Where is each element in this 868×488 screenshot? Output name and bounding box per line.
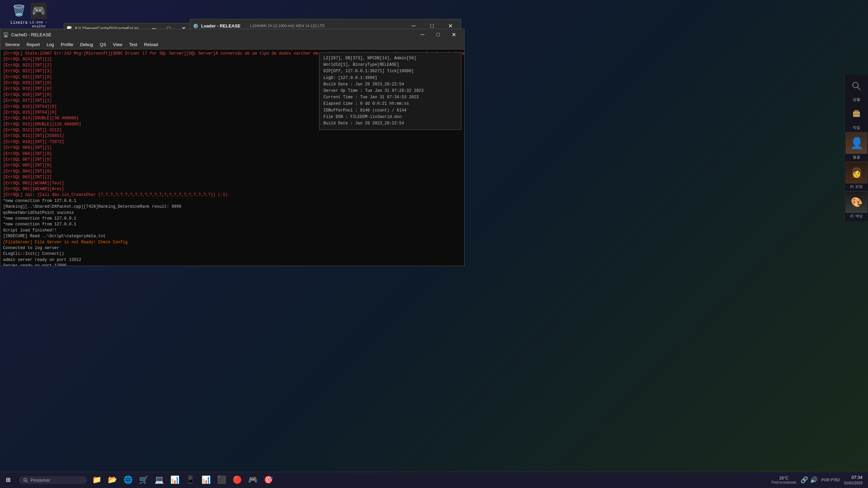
log-line: [ErrSQL] sql: {Call dbo.lin_CreateChar (… <box>3 192 461 198</box>
log-line: [ErrSQL 005][INT][0] <box>3 163 461 168</box>
taskbar-app-3[interactable]: 🛒 <box>136 473 151 487</box>
taskbar-app-6[interactable]: 📱 <box>183 473 197 487</box>
log-line: Connected to log server <box>3 245 461 251</box>
log-line: [ErrSQL 003][INT][2] <box>3 175 461 180</box>
taskbar-app-2[interactable]: 🌐 <box>121 473 135 487</box>
menu-item-test[interactable]: Test <box>126 41 141 48</box>
log-line: *new connection from 127.0.0.1 <box>3 216 461 222</box>
cached-window: 🖥️ CacheD - RELEASE ─ □ ✕ ServiceReportL… <box>0 29 465 266</box>
clock-date: 31/01/2023 <box>844 481 863 486</box>
taskbar-app-4[interactable]: 💻 <box>152 473 166 487</box>
taskbar-app-11[interactable]: 🎯 <box>261 473 275 487</box>
log-line: [ErrSQL 004][INT][0] <box>3 169 461 175</box>
menu-item-log[interactable]: Log <box>43 41 57 48</box>
info-line: Build Date : Jan 29 2023_20:22:54 <box>323 120 457 127</box>
taskbar-app-0[interactable]: 📁 <box>90 473 104 487</box>
clock-time: 07:34 <box>844 474 863 481</box>
taskbar-app-1[interactable]: 📂 <box>105 473 119 487</box>
log-line: [ErrSQL 001][WCHAR][Ares] <box>3 186 461 192</box>
info-line: GIP[Off, 127.0.0.1:30271] Tick[10000] <box>323 68 457 75</box>
info-line: Build Date : Jan 29 2023_20:22:54 <box>323 81 457 88</box>
taskbar-app-5[interactable]: 📊 <box>167 473 182 487</box>
right-panel-hair-shape-container: 👩 <box>846 162 867 183</box>
cached-window-title: CacheD - RELEASE <box>11 32 412 37</box>
info-line: Server Up Time : Tue Jan 31 07:28:32 202… <box>323 88 457 94</box>
network-icon: 🔗 <box>801 476 808 484</box>
taskbar: ⊞ Pesquisar 📁📂🌐🛒💻📊📱📊⬛🔴🎮🎯 26°C Pred ensol… <box>0 472 868 488</box>
system-tray-icons: 🔗 🔊 <box>801 476 817 484</box>
log-line: admin server ready on port 12012 <box>3 257 461 263</box>
info-line: Elapsed time : 0 dd 0:6:21 hh:mm:ss <box>323 101 457 107</box>
menu-item-profile[interactable]: Profile <box>57 41 77 48</box>
right-panel-search-icon[interactable] <box>846 76 867 96</box>
menu-item-service[interactable]: Service <box>2 41 23 48</box>
volume-icon: 🔊 <box>810 476 817 484</box>
loader-icon: ⚙️ <box>193 23 198 28</box>
log-line: [INSECURE] Read ..\Script\categorydata.t… <box>3 233 461 239</box>
taskbar-search[interactable]: Pesquisar <box>19 476 87 484</box>
loader-title: Loader - RELEASE <box>201 23 240 28</box>
info-line: LogD: [127.0.0.1:3999] <box>323 75 457 81</box>
log-line: [ErrSQL 011][INT][258851] <box>3 133 461 139</box>
log-line: [ErrSQL 010][INT][-71872] <box>3 139 461 145</box>
desktop-icon-l2exe[interactable]: 🎮 L2.exe - Atalho <box>25 3 52 28</box>
svg-line-6 <box>26 481 27 482</box>
log-line: [ErrSQL 007][INT][0] <box>3 157 461 163</box>
taskbar-app-10[interactable]: 🎮 <box>245 473 260 487</box>
right-panel-hair-color-container: 🎨 <box>846 191 867 213</box>
svg-point-5 <box>24 479 26 481</box>
info-line: File DSN : FILEDSM-lin2world.dsn <box>323 114 457 120</box>
log-line: qsResetWorldChatPoint success <box>3 210 461 216</box>
menu-item-debug[interactable]: Debug <box>77 41 96 48</box>
loader-extra: L1040WN 24-12-1000-H41 WD4 14-122 LTD <box>250 24 324 28</box>
info-line: Current Time : Tue Jan 31 07:34:53 2023 <box>323 94 457 101</box>
cached-content: [ErrSQL] State:22007 Err:242 Msg:[Micros… <box>0 49 464 266</box>
svg-rect-3 <box>854 110 859 112</box>
info-line: WorldId[1], BinaryType[RELEASE] <box>323 62 457 68</box>
log-line: [FileServer] File Server is not Ready! C… <box>3 240 461 245</box>
cached-maximize-btn[interactable]: □ <box>430 29 446 40</box>
right-panel-label-hair-shape: 리 모양 <box>850 184 862 189</box>
log-line: [Ranking][..\Shared\DXPacket.cpp][7428]R… <box>3 204 461 210</box>
language-indicator: POR PTB2 <box>822 478 840 482</box>
menu-item-report[interactable]: Report <box>23 41 43 48</box>
taskbar-app-8[interactable]: ⬛ <box>214 473 229 487</box>
svg-line-1 <box>857 87 861 90</box>
right-panel-label-gender: 성별 <box>853 97 860 102</box>
info-line: IOBufferPool : 6140 (count) / 6144 <box>323 107 457 114</box>
weather-display: 26°C Pred ensolarado <box>771 476 796 484</box>
log-line: *new connection from 127.0.0.1 <box>3 222 461 227</box>
right-panel-job-icon[interactable] <box>846 104 867 124</box>
svg-point-0 <box>853 82 858 88</box>
log-line: [ErrSQL 002][WCHAR][Test] <box>3 181 461 186</box>
menu-item-view[interactable]: View <box>110 41 126 48</box>
right-panel-label-job: 직업 <box>853 125 860 130</box>
log-line: CLogCli::Init() Connect() <box>3 251 461 257</box>
clock: 07:34 31/01/2023 <box>844 474 863 486</box>
info-line: L2[287], DB[373], NPCDB[14], Admin[56] <box>323 55 457 62</box>
taskbar-app-9[interactable]: 🔴 <box>230 473 244 487</box>
taskbar-app-7[interactable]: 📊 <box>199 473 213 487</box>
info-panel: L2[287], DB[373], NPCDB[14], Admin[56]Wo… <box>319 52 461 130</box>
weather-condition: Pred ensolarado <box>771 481 796 484</box>
cached-close-btn[interactable]: ✕ <box>446 29 461 40</box>
cached-minimize-btn[interactable]: ─ <box>415 29 430 40</box>
menu-item-qs[interactable]: QS <box>96 41 110 48</box>
cached-window-icon: 🖥️ <box>3 32 8 37</box>
weather-temp: 26°C <box>779 476 788 481</box>
right-panel-label-hair-color: 리 색상 <box>850 214 862 219</box>
taskbar-search-placeholder: Pesquisar <box>31 477 50 483</box>
right-panel: 성별 직업 👤 얼굴 👩 리 모양 🎨 리 색상 <box>844 75 868 221</box>
log-line: Server ready on port 12006 <box>3 263 461 266</box>
log-line: [ErrSQL 009][INT][1] <box>3 145 461 151</box>
taskbar-right: 26°C Pred ensolarado 🔗 🔊 POR PTB2 07:34 … <box>766 474 868 486</box>
right-panel-label-face: 얼굴 <box>853 155 860 160</box>
menu-item-reload[interactable]: Reload <box>141 41 161 48</box>
start-button[interactable]: ⊞ <box>0 472 16 488</box>
cached-titlebar-controls: ─ □ ✕ <box>415 29 461 40</box>
right-panel-face-container: 👤 <box>846 132 867 154</box>
log-line: *new connection from 127.0.0.1 <box>3 198 461 204</box>
taskbar-apps: 📁📂🌐🛒💻📊📱📊⬛🔴🎮🎯 <box>90 473 766 487</box>
log-line: Script load finished!! <box>3 228 461 233</box>
cached-titlebar: 🖥️ CacheD - RELEASE ─ □ ✕ <box>0 29 464 40</box>
